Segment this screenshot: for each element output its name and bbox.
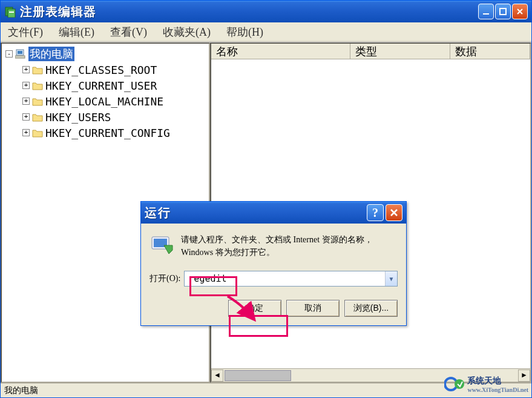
folder-icon: [32, 97, 43, 106]
window-controls: [478, 4, 528, 19]
menu-view[interactable]: 查看(V): [108, 24, 149, 41]
computer-icon: [15, 49, 26, 59]
minimize-button[interactable]: [478, 4, 494, 19]
watermark-url: www.XiTongTianDi.net: [467, 386, 528, 393]
collapse-icon[interactable]: -: [5, 50, 13, 58]
tree-node-hkcu[interactable]: + HKEY_CURRENT_USER: [3, 78, 208, 93]
close-button[interactable]: [512, 4, 528, 19]
column-headers: 名称 类型 数据: [211, 44, 530, 59]
run-dialog[interactable]: 运行 ? 请键入程序、文件夹、文档或 Internet 资源的名称，Window…: [140, 201, 407, 326]
tree-root-label[interactable]: 我的电脑: [28, 47, 74, 61]
run-title: 运行: [145, 205, 367, 221]
svg-rect-7: [15, 56, 25, 58]
expand-icon[interactable]: +: [22, 82, 30, 89]
menu-file[interactable]: 文件(F): [5, 24, 45, 41]
menu-edit[interactable]: 编辑(E): [56, 24, 97, 41]
svg-rect-3: [483, 13, 489, 15]
tree-node-hkcc[interactable]: + HKEY_CURRENT_CONFIG: [3, 125, 208, 141]
watermark: 系统天地 www.XiTongTianDi.net: [444, 374, 528, 394]
regedit-icon: [4, 5, 16, 18]
tree-label[interactable]: HKEY_CLASSES_ROOT: [45, 64, 157, 76]
folder-icon: [32, 65, 43, 75]
chevron-down-icon[interactable]: ▼: [385, 271, 397, 286]
svg-rect-2: [9, 12, 14, 13]
tree-node-hkcr[interactable]: + HKEY_CLASSES_ROOT: [3, 62, 208, 78]
svg-rect-4: [500, 8, 506, 15]
run-titlebar[interactable]: 运行 ?: [141, 202, 406, 224]
folder-icon: [32, 81, 43, 90]
watermark-title: 系统天地: [467, 376, 501, 385]
tree-label[interactable]: HKEY_CURRENT_CONFIG: [45, 127, 170, 139]
menu-help[interactable]: 帮助(H): [224, 24, 266, 41]
menubar: 文件(F) 编辑(E) 查看(V) 收藏夹(A) 帮助(H): [1, 22, 531, 42]
help-button[interactable]: ?: [367, 204, 384, 221]
scroll-thumb[interactable]: [225, 370, 291, 381]
column-data[interactable]: 数据: [450, 44, 530, 59]
tree-node-hklm[interactable]: + HKEY_LOCAL_MACHINE: [3, 93, 208, 109]
open-label: 打开(O):: [149, 273, 180, 284]
watermark-icon: [444, 374, 465, 394]
registry-editor-window: 注册表编辑器 文件(F) 编辑(E) 查看(V) 收藏夹(A) 帮助(H) - …: [0, 0, 532, 398]
expand-icon[interactable]: +: [22, 66, 30, 73]
expand-icon[interactable]: +: [22, 113, 30, 121]
tree-node-hku[interactable]: + HKEY_USERS: [3, 109, 208, 125]
tree-label[interactable]: HKEY_USERS: [45, 111, 111, 124]
cancel-button[interactable]: 取消: [286, 300, 340, 317]
svg-point-11: [455, 379, 464, 389]
expand-icon[interactable]: +: [22, 129, 30, 136]
folder-icon: [32, 128, 43, 138]
svg-rect-6: [18, 51, 22, 54]
open-value[interactable]: regedit: [185, 273, 230, 284]
maximize-button[interactable]: [495, 4, 511, 19]
tree-label[interactable]: HKEY_CURRENT_USER: [45, 79, 157, 92]
expand-icon[interactable]: +: [22, 98, 30, 105]
run-body: 请键入程序、文件夹、文档或 Internet 资源的名称，Windows 将为您…: [141, 224, 406, 325]
tree-root[interactable]: - 我的电脑: [3, 46, 208, 62]
run-buttons: 确定 取消 浏览(B)...: [149, 300, 398, 317]
tree-label[interactable]: HKEY_LOCAL_MACHINE: [45, 95, 163, 108]
browse-button[interactable]: 浏览(B)...: [344, 300, 398, 317]
column-name[interactable]: 名称: [211, 44, 350, 59]
open-combobox[interactable]: regedit ▼: [184, 271, 398, 287]
ok-button[interactable]: 确定: [228, 300, 281, 317]
run-description: 请键入程序、文件夹、文档或 Internet 资源的名称，Windows 将为您…: [181, 233, 398, 259]
scroll-left-icon[interactable]: ◄: [211, 370, 223, 382]
folder-icon: [32, 113, 43, 122]
menu-favorites[interactable]: 收藏夹(A): [160, 24, 213, 41]
column-type[interactable]: 类型: [350, 44, 450, 59]
window-title: 注册表编辑器: [20, 4, 478, 20]
statusbar-text: 我的电脑: [4, 385, 38, 396]
run-close-button[interactable]: [386, 204, 402, 221]
main-titlebar[interactable]: 注册表编辑器: [1, 1, 531, 22]
svg-rect-1: [8, 9, 15, 18]
run-icon: [149, 233, 174, 255]
